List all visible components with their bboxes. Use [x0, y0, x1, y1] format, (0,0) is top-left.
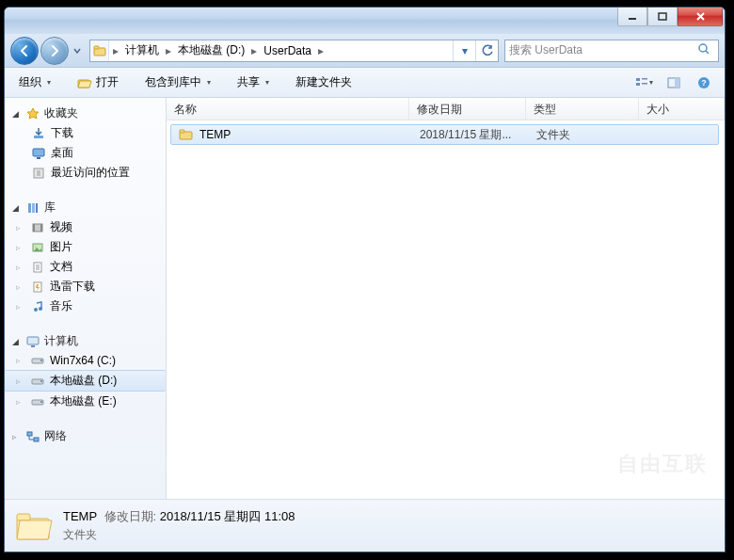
maximize-button[interactable]	[647, 8, 678, 26]
sidebar-item-drive-e[interactable]: ▹本地磁盘 (E:)	[5, 392, 166, 411]
open-button[interactable]: 打开	[71, 71, 125, 94]
network-icon	[25, 429, 40, 444]
refresh-button[interactable]	[475, 40, 498, 61]
search-icon	[697, 42, 710, 58]
expand-icon: ▹	[12, 432, 22, 441]
folder-icon	[179, 127, 194, 142]
sidebar-item-documents[interactable]: ▹文档	[5, 257, 166, 277]
new-folder-button[interactable]: 新建文件夹	[289, 71, 359, 94]
sidebar-item-drive-d[interactable]: ▹本地磁盘 (D:)	[5, 370, 166, 392]
details-date-value: 2018/11/15 星期四 11:08	[160, 509, 295, 523]
history-dropdown[interactable]	[71, 40, 84, 62]
sidebar-favorites[interactable]: ◢ 收藏夹	[5, 104, 166, 123]
breadcrumb-folder[interactable]: UserData	[261, 40, 314, 61]
svg-rect-16	[37, 157, 40, 159]
caret-right-icon[interactable]: ▸	[314, 40, 327, 61]
folder-icon	[92, 43, 107, 58]
computer-icon	[25, 334, 40, 349]
sidebar-item-pictures[interactable]: ▹图片	[5, 237, 166, 257]
breadcrumb-drive[interactable]: 本地磁盘 (D:)	[175, 40, 247, 61]
new-folder-label: 新建文件夹	[295, 74, 352, 90]
toolbar: 组织 打开 包含到库中 共享 新建文件夹	[5, 68, 725, 98]
library-icon	[25, 200, 40, 216]
sidebar-item-music[interactable]: ▹音乐	[5, 296, 166, 316]
include-in-library-button[interactable]: 包含到库中	[138, 71, 217, 94]
preview-pane-button[interactable]	[661, 72, 687, 93]
breadcrumb-computer[interactable]: 计算机	[122, 40, 162, 61]
column-name[interactable]: 名称	[167, 98, 409, 120]
svg-point-28	[34, 308, 38, 312]
svg-rect-31	[31, 345, 35, 347]
sidebar-item-label: 迅雷下载	[50, 279, 95, 295]
help-button[interactable]: ?	[691, 72, 717, 93]
sidebar-item-drive-c[interactable]: ▹Win7x64 (C:)	[5, 351, 166, 370]
svg-rect-18	[28, 203, 31, 213]
sidebar-item-label: 视频	[50, 219, 72, 235]
forward-button[interactable]	[40, 37, 69, 65]
svg-point-33	[40, 360, 42, 361]
svg-rect-11	[675, 78, 679, 88]
caret-right-icon[interactable]: ▸	[247, 40, 261, 61]
sidebar-item-desktop[interactable]: 桌面	[5, 143, 166, 163]
back-button[interactable]	[10, 37, 39, 65]
svg-point-25	[35, 246, 37, 248]
svg-rect-3	[94, 46, 99, 49]
column-size[interactable]: 大小	[639, 98, 725, 120]
thunder-icon	[30, 280, 45, 295]
svg-rect-20	[36, 203, 38, 213]
column-type[interactable]: 类型	[526, 98, 639, 120]
organize-button[interactable]: 组织	[12, 71, 57, 94]
file-list-pane: 名称 修改日期 类型 大小 TEMP 2018/11/15 星期... 文件夹 …	[167, 98, 725, 499]
sidebar-item-label: 音乐	[50, 298, 72, 314]
caret-right-icon[interactable]: ▸	[109, 40, 122, 61]
svg-rect-38	[27, 432, 32, 436]
svg-rect-14	[34, 136, 43, 138]
sidebar-item-label: 桌面	[51, 145, 73, 161]
share-button[interactable]: 共享	[231, 71, 276, 94]
view-icon	[635, 77, 648, 88]
sidebar-item-label: 图片	[50, 239, 72, 255]
sidebar-item-label: 本地磁盘 (D:)	[50, 373, 117, 389]
video-icon	[30, 220, 45, 235]
svg-point-37	[40, 401, 42, 403]
open-label: 打开	[96, 74, 119, 90]
folder-open-icon	[77, 75, 92, 90]
music-icon	[30, 299, 45, 314]
document-icon	[30, 260, 45, 275]
caret-right-icon[interactable]: ▸	[162, 40, 175, 61]
share-label: 共享	[237, 74, 260, 90]
sidebar-computer[interactable]: ◢ 计算机	[5, 331, 166, 351]
folder-large-icon	[14, 506, 54, 546]
svg-rect-7	[636, 83, 640, 86]
file-date: 2018/11/15 星期...	[412, 127, 529, 143]
sidebar-item-label: 下载	[51, 125, 73, 141]
svg-point-29	[39, 307, 42, 311]
desktop-icon	[31, 146, 46, 161]
navigation-pane: ◢ 收藏夹 下载 桌面 最近访问的位置	[5, 98, 167, 499]
sidebar-network[interactable]: ▹ 网络	[5, 426, 166, 446]
sidebar-item-recent[interactable]: 最近访问的位置	[5, 163, 166, 183]
collapse-icon: ◢	[12, 203, 22, 213]
sidebar-item-thunder[interactable]: ▹迅雷下载	[5, 277, 166, 296]
sidebar-libraries[interactable]: ◢ 库	[5, 198, 166, 217]
minimize-button[interactable]	[617, 8, 647, 26]
watermark: 自由互联	[617, 450, 708, 478]
sidebar-item-videos[interactable]: ▹视频	[5, 217, 166, 237]
address-bar[interactable]: ▸ 计算机 ▸ 本地磁盘 (D:) ▸ UserData ▸ ▾	[89, 40, 499, 62]
details-pane: TEMP 修改日期: 2018/11/15 星期四 11:08 文件夹	[5, 499, 725, 552]
titlebar	[5, 8, 725, 34]
view-options-button[interactable]	[630, 72, 657, 93]
sidebar-item-downloads[interactable]: 下载	[5, 123, 166, 143]
file-row[interactable]: TEMP 2018/11/15 星期... 文件夹	[170, 124, 719, 145]
svg-rect-6	[636, 78, 640, 81]
svg-rect-39	[34, 438, 39, 441]
svg-point-35	[40, 380, 42, 382]
search-placeholder: 搜索 UserData	[509, 42, 582, 58]
close-button[interactable]	[678, 8, 723, 26]
search-input[interactable]: 搜索 UserData	[504, 40, 719, 62]
column-date[interactable]: 修改日期	[409, 98, 526, 120]
svg-rect-15	[33, 149, 44, 156]
address-dropdown[interactable]: ▾	[453, 40, 475, 61]
svg-rect-23	[40, 224, 42, 232]
download-icon	[31, 126, 46, 141]
